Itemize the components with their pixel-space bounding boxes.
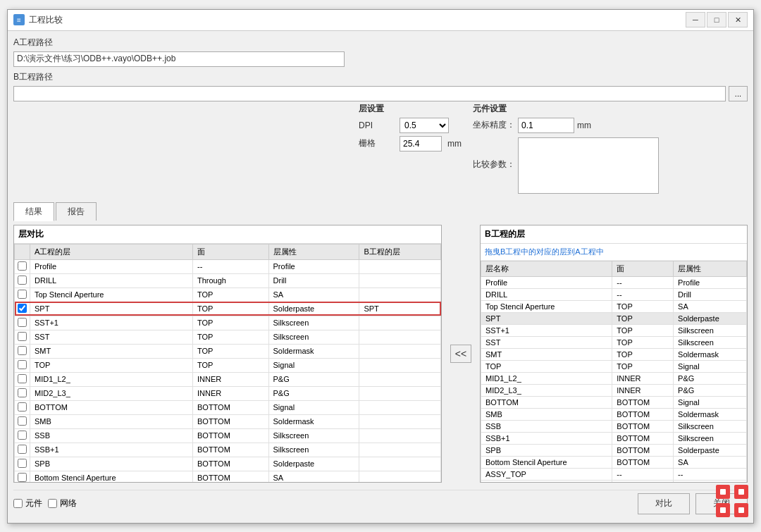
layer-compare-row[interactable]: BOTTOMBOTTOMSignal <box>15 400 441 414</box>
face-cell: BOTTOM <box>192 428 268 443</box>
layer-checkbox[interactable] <box>18 261 27 271</box>
panel-main: 层对比 A工程的层 面 层属性 B工程的层 <box>13 225 748 483</box>
layer-checkbox[interactable] <box>18 346 27 355</box>
layer-compare-row[interactable]: MID1_L2_INNERP&G <box>15 372 441 386</box>
b-layer-row[interactable]: DRILL--Drill <box>481 288 747 300</box>
b-layer-row[interactable]: SSB+1BOTTOMSilkscreen <box>481 432 747 444</box>
layer-checkbox[interactable] <box>18 290 27 299</box>
attr-cell: Solderpaste <box>268 457 359 471</box>
component-checkbox[interactable] <box>13 499 23 508</box>
layer-checkbox[interactable] <box>18 318 27 327</box>
b-layer-row[interactable]: BOTTOMBOTTOMSignal <box>481 396 747 408</box>
network-checkbox[interactable] <box>48 499 57 508</box>
b-name-cell: Top Stencil Aperture <box>481 300 612 312</box>
layer-compare-row[interactable]: MID2_L3_INNERP&G <box>15 386 441 400</box>
layer-checkbox[interactable] <box>18 388 27 397</box>
layer-compare-row[interactable]: SSTTOPSilkscreen <box>15 330 441 344</box>
b-layer-row[interactable]: MID1_L2_INNERP&G <box>481 372 747 384</box>
close-button[interactable]: ✕ <box>728 12 748 27</box>
attr-cell: Soldermask <box>268 344 359 358</box>
layer-checkbox[interactable] <box>18 402 27 412</box>
layer-compare-row[interactable]: SPBBOTTOMSolderpaste <box>15 457 441 471</box>
b-name-cell: MID2_L3_ <box>481 384 612 396</box>
b-layer-cell <box>359 428 441 443</box>
attr-cell: P&G <box>268 386 359 400</box>
b-attr-cell: Soldermask <box>674 348 747 360</box>
b-attr-cell: SA <box>674 456 747 468</box>
b-layer-row[interactable]: SPTTOPSolderpaste <box>481 312 747 324</box>
b-layer-row[interactable]: Top Stencil ApertureTOPSA <box>481 300 747 312</box>
layer-checkbox[interactable] <box>18 416 27 426</box>
face-cell: INNER <box>192 386 268 400</box>
attr-cell: Silkscreen <box>268 330 359 344</box>
layer-checkbox[interactable] <box>18 374 27 383</box>
b-attr-cell: -- <box>674 468 747 480</box>
tab-results[interactable]: 结果 <box>13 202 54 221</box>
layer-compare-row[interactable]: SMBBOTTOMSoldermask <box>15 414 441 428</box>
layer-checkbox[interactable] <box>18 304 27 313</box>
b-layer-row[interactable]: ASSY_BOTTOM---- <box>481 480 747 482</box>
b-col-name: 层名称 <box>481 261 612 276</box>
a-layer-cell: SMB <box>30 414 193 428</box>
layer-compare-row[interactable]: SSBBOTTOMSilkscreen <box>15 428 441 443</box>
b-layer-row[interactable]: SMBBOTTOMSoldermask <box>481 408 747 420</box>
b-face-cell: BOTTOM <box>612 396 674 408</box>
b-attr-cell: Soldermask <box>674 408 747 420</box>
collapse-button[interactable]: << <box>450 345 471 363</box>
layer-compare-title: 层对比 <box>14 225 441 244</box>
b-layer-cell <box>359 273 441 287</box>
dpi-select[interactable]: 0.5 1.0 <box>400 118 449 133</box>
coord-input[interactable] <box>518 118 574 133</box>
layer-checkbox[interactable] <box>18 360 27 369</box>
b-attr-cell: Signal <box>674 360 747 372</box>
tab-report[interactable]: 报告 <box>56 202 97 221</box>
b-path-browse-button[interactable]: ... <box>729 86 748 101</box>
layer-checkbox[interactable] <box>18 332 27 341</box>
a-path-input[interactable] <box>13 51 345 67</box>
layer-compare-row[interactable]: SST+1TOPSilkscreen <box>15 316 441 330</box>
b-attr-cell: Silkscreen <box>674 336 747 348</box>
b-layers-panel: B工程的层 拖曳B工程中的对应的层到A工程中 层名称 面 层属性 Profile… <box>480 225 748 483</box>
layer-compare-row[interactable]: Top Stencil ApertureTOPSA <box>15 287 441 302</box>
attr-cell: Profile <box>268 259 359 273</box>
layer-compare-row[interactable]: Bottom Stencil ApertureBOTTOMSA <box>15 471 441 482</box>
layer-compare-row[interactable]: TOPTOPSignal <box>15 358 441 372</box>
layer-compare-body: Profile--ProfileDRILLThroughDrillTop Ste… <box>15 259 441 482</box>
compare-params-row: 比较参数： <box>473 136 748 194</box>
layer-checkbox[interactable] <box>18 473 27 482</box>
b-face-cell: TOP <box>612 324 674 336</box>
title-bar: ≡ 工程比较 ─ □ ✕ <box>8 10 753 31</box>
b-layer-row[interactable]: SMTTOPSoldermask <box>481 348 747 360</box>
b-layer-row[interactable]: Bottom Stencil ApertureBOTTOMSA <box>481 456 747 468</box>
b-layer-row[interactable]: SPBBOTTOMSolderpaste <box>481 444 747 456</box>
b-path-input[interactable] <box>13 86 726 101</box>
compare-button[interactable]: 对比 <box>638 493 690 514</box>
b-name-cell: Profile <box>481 276 612 288</box>
b-layer-row[interactable]: SSTTOPSilkscreen <box>481 336 747 348</box>
b-layer-row[interactable]: ASSY_TOP---- <box>481 468 747 480</box>
b-layers-title: B工程的层 <box>481 225 747 244</box>
maximize-button[interactable]: □ <box>707 12 726 27</box>
layer-checkbox[interactable] <box>18 431 27 440</box>
b-face-cell: -- <box>612 468 674 480</box>
layer-compare-row[interactable]: SPTTOPSolderpasteSPT <box>15 302 441 316</box>
attr-cell: Silkscreen <box>268 428 359 443</box>
grid-input[interactable] <box>400 136 442 151</box>
layer-compare-row[interactable]: SSB+1BOTTOMSilkscreen <box>15 443 441 457</box>
layer-compare-row[interactable]: SMTTOPSoldermask <box>15 344 441 358</box>
b-layer-row[interactable]: SST+1TOPSilkscreen <box>481 324 747 336</box>
minimize-button[interactable]: ─ <box>686 12 705 27</box>
layer-checkbox[interactable] <box>18 445 27 454</box>
b-layer-row[interactable]: SSBBOTTOMSilkscreen <box>481 420 747 432</box>
compare-params-area <box>518 137 659 194</box>
b-layer-cell <box>359 386 441 400</box>
attr-cell: Soldermask <box>268 414 359 428</box>
a-layer-cell: SST+1 <box>30 316 193 330</box>
b-layer-row[interactable]: MID2_L3_INNERP&G <box>481 384 747 396</box>
layer-compare-row[interactable]: DRILLThroughDrill <box>15 273 441 287</box>
b-layer-row[interactable]: Profile--Profile <box>481 276 747 288</box>
layer-compare-row[interactable]: Profile--Profile <box>15 259 441 273</box>
layer-checkbox[interactable] <box>18 459 27 468</box>
b-layer-row[interactable]: TOPTOPSignal <box>481 360 747 372</box>
layer-checkbox[interactable] <box>18 276 27 285</box>
